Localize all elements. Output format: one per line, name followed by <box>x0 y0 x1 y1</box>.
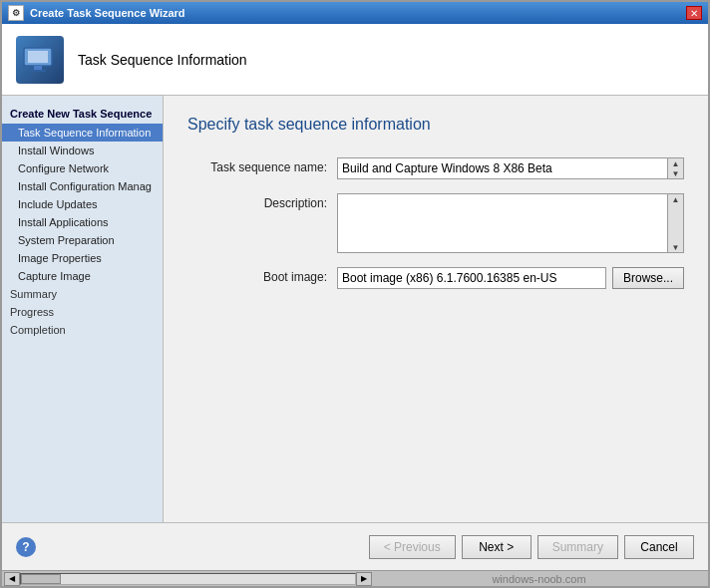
description-control: ▲ ▼ <box>337 193 684 253</box>
title-bar-text: Create Task Sequence Wizard <box>30 7 185 19</box>
nav-item-capture-image[interactable]: Capture Image <box>2 267 163 285</box>
computer-icon <box>20 40 60 80</box>
title-bar: ⚙ Create Task Sequence Wizard ✕ <box>2 2 708 24</box>
scrollbar-thumb[interactable] <box>21 574 61 584</box>
title-bar-left: ⚙ Create Task Sequence Wizard <box>8 5 185 21</box>
browse-button[interactable]: Browse... <box>612 267 684 289</box>
nav-item-task-sequence-info[interactable]: Task Sequence Information <box>2 124 163 142</box>
nav-item-completion[interactable]: Completion <box>2 321 163 339</box>
wizard-body: Create New Task Sequence Task Sequence I… <box>2 96 708 522</box>
svg-rect-2 <box>34 66 42 70</box>
content-title: Specify task sequence information <box>187 116 684 134</box>
desc-scroll-up[interactable]: ▲ <box>668 194 683 204</box>
wizard-header-icon <box>16 36 64 84</box>
previous-button[interactable]: < Previous <box>369 535 456 559</box>
wizard-header: Task Sequence Information <box>2 24 708 96</box>
wizard-footer: ? < Previous Next > Summary Cancel <box>2 522 708 570</box>
title-bar-close-button[interactable]: ✕ <box>686 6 702 20</box>
description-textarea[interactable] <box>337 193 668 253</box>
boot-image-control: Browse... <box>337 267 684 289</box>
scroll-up-arrow[interactable]: ▲ <box>668 158 683 168</box>
wizard-nav: Create New Task Sequence Task Sequence I… <box>2 96 164 522</box>
task-sequence-name-input-wrap: ▲ ▼ <box>337 157 684 179</box>
scrollbar-track <box>20 573 356 585</box>
footer-left: ? <box>16 537 36 557</box>
task-sequence-name-scroll[interactable]: ▲ ▼ <box>668 157 684 179</box>
title-bar-app-icon: ⚙ <box>8 5 24 21</box>
nav-item-configure-network[interactable]: Configure Network <box>2 159 163 177</box>
nav-item-include-updates[interactable]: Include Updates <box>2 195 163 213</box>
nav-section-header: Create New Task Sequence <box>2 104 163 124</box>
form-table: Task sequence name: ▲ ▼ Description: <box>187 157 684 289</box>
nav-item-progress[interactable]: Progress <box>2 303 163 321</box>
svg-rect-3 <box>30 70 46 72</box>
wizard-window: ⚙ Create Task Sequence Wizard ✕ Task Seq… <box>0 0 710 588</box>
footer-buttons: < Previous Next > Summary Cancel <box>369 535 694 559</box>
boot-image-input[interactable] <box>337 267 606 289</box>
nav-item-system-preparation[interactable]: System Preparation <box>2 231 163 249</box>
boot-image-row: Boot image: Browse... <box>187 267 684 289</box>
scroll-down-arrow[interactable]: ▼ <box>668 168 683 178</box>
task-sequence-name-input[interactable] <box>337 157 668 179</box>
help-icon[interactable]: ? <box>16 537 36 557</box>
scroll-right-btn[interactable]: ▶ <box>356 572 372 586</box>
description-textarea-wrap: ▲ ▼ <box>337 193 684 253</box>
next-button[interactable]: Next > <box>462 535 532 559</box>
cancel-button[interactable]: Cancel <box>624 535 694 559</box>
wizard-header-title: Task Sequence Information <box>78 52 247 68</box>
watermark-text: windows-noob.com <box>492 573 585 585</box>
watermark: windows-noob.com <box>372 572 706 586</box>
description-row: Description: ▲ ▼ <box>187 193 684 253</box>
svg-rect-1 <box>28 51 48 63</box>
wizard-content: Specify task sequence information Task s… <box>164 96 708 522</box>
summary-button[interactable]: Summary <box>537 535 618 559</box>
bottom-scrollbar-bar: ◀ ▶ windows-noob.com <box>2 570 708 586</box>
scroll-left-btn[interactable]: ◀ <box>4 572 20 586</box>
task-sequence-name-row: Task sequence name: ▲ ▼ <box>187 157 684 179</box>
task-sequence-name-control: ▲ ▼ <box>337 157 684 179</box>
nav-item-install-applications[interactable]: Install Applications <box>2 213 163 231</box>
boot-image-label: Boot image: <box>187 267 337 284</box>
nav-item-install-windows[interactable]: Install Windows <box>2 142 163 159</box>
task-sequence-name-label: Task sequence name: <box>187 157 337 174</box>
desc-scroll-down[interactable]: ▼ <box>668 242 683 252</box>
nav-item-install-config-mgr[interactable]: Install Configuration Manag <box>2 177 163 195</box>
description-scroll[interactable]: ▲ ▼ <box>668 193 684 253</box>
description-label: Description: <box>187 193 337 210</box>
nav-item-image-properties[interactable]: Image Properties <box>2 249 163 267</box>
nav-item-summary[interactable]: Summary <box>2 285 163 303</box>
